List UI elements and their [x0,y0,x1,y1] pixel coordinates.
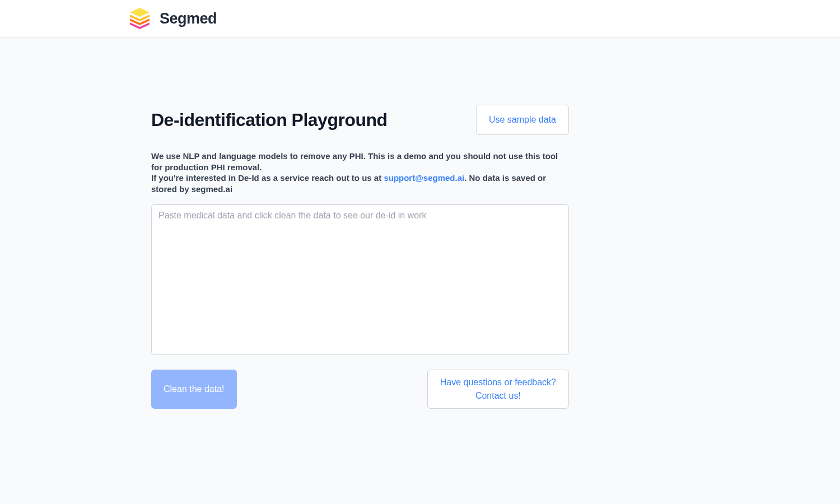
logo-icon [128,8,152,29]
medical-data-input[interactable] [151,204,569,355]
contact-button-line2: Contact us! [475,391,521,400]
title-row: De-identification Playground Use sample … [151,105,569,135]
header-bar: Segmed [0,0,840,38]
header-inner: Segmed [62,8,778,29]
contact-us-button[interactable]: Have questions or feedback? Contact us! [427,370,569,409]
button-row: Clean the data! Have questions or feedba… [151,370,569,409]
contact-button-line1: Have questions or feedback? [440,377,556,387]
description-line1: We use NLP and language models to remove… [151,151,558,172]
logo-text: Segmed [160,10,217,27]
use-sample-data-button[interactable]: Use sample data [476,105,569,135]
clean-data-button[interactable]: Clean the data! [151,370,237,409]
description-line2-prefix: If you're interested in De-Id as a servi… [151,173,384,183]
description-text: We use NLP and language models to remove… [151,151,569,194]
main-content: De-identification Playground Use sample … [151,38,569,409]
support-email-link[interactable]: support@segmed.ai [384,173,464,183]
page-title: De-identification Playground [151,110,388,130]
logo[interactable]: Segmed [128,8,217,29]
